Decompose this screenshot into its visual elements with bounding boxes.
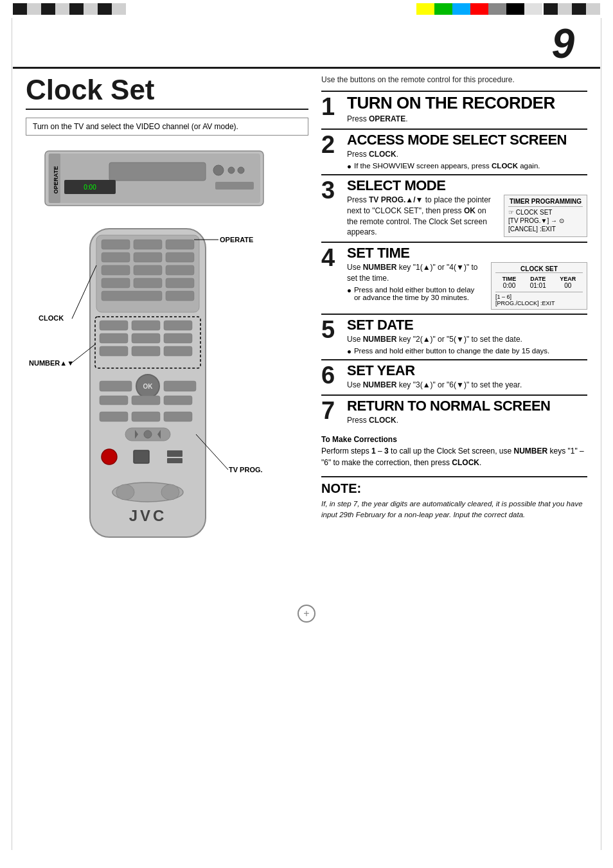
vcr-svg: OPERATE JVC 0:00 (26, 145, 276, 212)
mode-screen-row1: ☞ CLOCK SET (508, 209, 583, 216)
svg-rect-26 (166, 291, 194, 301)
checker-r4 (586, 3, 600, 15)
checker-3 (41, 3, 55, 15)
svg-rect-23 (134, 278, 162, 288)
checker-7 (98, 3, 112, 15)
checker-r1 (544, 3, 558, 15)
checker-5 (69, 3, 84, 15)
step-5: 5 SET DATE Use NUMBER key "2(▲)" or "5(▼… (321, 314, 587, 355)
step-4-content: SET TIME Use NUMBER key "1(▲)" or "4(▼)"… (347, 245, 587, 310)
svg-text:JVC: JVC (129, 507, 167, 524)
checkerboard-right (544, 3, 600, 15)
mode-screen-row3: [CANCEL] :EXIT (508, 226, 583, 233)
clock-cols: TIME 0:00 DATE 01:01 YEAR 00 (495, 276, 583, 289)
step-3: 3 SELECT MODE Press TV PROG.▲/▼ to place… (321, 174, 587, 238)
svg-rect-8 (215, 182, 254, 190)
step-4: 4 SET TIME Use NUMBER key "1(▲)" or "4(▼… (321, 242, 587, 310)
mode-screen-title: TIMER PROGRAMMING (508, 198, 583, 207)
color-gray (488, 3, 506, 15)
clock-footer: [1 – 6] [PROG./CLOCK] :EXIT (495, 292, 583, 306)
svg-point-57 (161, 484, 179, 500)
left-column: Clock Set Turn on the TV and select the … (26, 75, 308, 579)
mode-screen-row3-text: [CANCEL] :EXIT (508, 226, 556, 233)
svg-point-5 (213, 165, 224, 175)
step-2-number: 2 (321, 132, 341, 170)
svg-point-56 (116, 484, 134, 500)
checker-2 (27, 3, 41, 15)
svg-rect-32 (132, 333, 160, 343)
svg-rect-39 (100, 381, 132, 391)
remote-svg: OK (26, 226, 270, 572)
checker-4 (55, 3, 69, 15)
step-3-title: SELECT MODE (347, 178, 587, 193)
checker-6 (84, 3, 98, 15)
step-5-bullet-text: Press and hold either button to change t… (354, 347, 549, 355)
checker-r3 (572, 3, 586, 15)
top-bar-left (0, 0, 306, 18)
margin-line-right (601, 18, 601, 850)
clock-time-val: 0:00 (502, 282, 517, 289)
clock-date-header: DATE (530, 276, 546, 282)
top-bar (0, 0, 613, 18)
svg-rect-31 (100, 333, 128, 343)
step-3-text: Press TV PROG.▲/▼ to place the pointer n… (347, 195, 492, 238)
corrections-text: Perform steps 1 – 3 to call up the Clock… (321, 445, 587, 468)
color-white (524, 3, 542, 15)
color-red (470, 3, 488, 15)
step-3-desc: Press TV PROG.▲/▼ to place the pointer n… (347, 195, 492, 238)
svg-rect-36 (164, 346, 192, 356)
step-7-number: 7 (321, 398, 341, 426)
checkerboard-left (13, 3, 126, 15)
step-1-content: TURN ON THE RECORDER Press OPERATE. (347, 94, 587, 125)
svg-rect-3 (109, 163, 206, 181)
step-2-bullet-text: If the SHOWVIEW screen appears, press CL… (354, 162, 540, 170)
corrections-title: To Make Corrections (321, 434, 587, 445)
note-title-text: NOTE: (321, 481, 361, 495)
step-7: 7 RETURN TO NORMAL SCREEN Press CLOCK. (321, 394, 587, 426)
svg-point-51 (102, 449, 117, 465)
svg-rect-13 (102, 240, 130, 249)
step-5-number: 5 (321, 317, 341, 355)
intro-box-text: Turn on the TV and select the VIDEO chan… (33, 122, 238, 131)
note-text: If, in step 7, the year digits are autom… (321, 499, 587, 521)
step-5-bullet: ● Press and hold either button to change… (347, 347, 587, 355)
bottom-bar (0, 598, 613, 629)
note-section: NOTE: If, in step 7, the year digits are… (321, 476, 587, 521)
color-bar (416, 3, 542, 15)
svg-rect-54 (167, 458, 182, 463)
svg-rect-44 (100, 412, 128, 421)
svg-text:TV PROG.: TV PROG. (229, 466, 263, 474)
step-7-title: RETURN TO NORMAL SCREEN (347, 398, 587, 413)
svg-rect-20 (134, 265, 162, 275)
step-6-desc: Use NUMBER key "3(▲)" or "6(▼)" to set t… (347, 380, 587, 391)
checker-r2 (558, 3, 572, 15)
bullet-dot-4: ● (347, 287, 351, 294)
color-yellow (416, 3, 434, 15)
note-title: NOTE: (321, 481, 587, 496)
svg-rect-45 (132, 412, 160, 421)
svg-text:OK: OK (143, 383, 154, 390)
step-2-content: ACCESS MODE SELECT SCREEN Press CLOCK. ●… (347, 132, 587, 170)
svg-text:0:00: 0:00 (84, 184, 96, 191)
right-column: Use the buttons on the remote control fo… (321, 75, 587, 579)
svg-rect-35 (132, 346, 160, 356)
step-2: 2 ACCESS MODE SELECT SCREEN Press CLOCK.… (321, 128, 587, 170)
clock-year-col: YEAR 00 (560, 276, 576, 289)
color-black (506, 3, 524, 15)
clock-date-val: 01:01 (530, 282, 546, 289)
step-1: 1 TURN ON THE RECORDER Press OPERATE. (321, 91, 587, 125)
svg-rect-17 (134, 252, 162, 262)
remote-illustration: OK (26, 226, 270, 579)
bullet-dot-2: ● (347, 163, 351, 170)
step-5-content: SET DATE Use NUMBER key "2(▲)" or "5(▼)"… (347, 317, 587, 355)
page-title: Clock Set (26, 75, 308, 110)
svg-rect-40 (164, 381, 196, 391)
svg-rect-33 (164, 333, 192, 343)
vcr-illustration: OPERATE JVC 0:00 (26, 145, 283, 215)
svg-point-6 (228, 167, 235, 173)
clock-time-col: TIME 0:00 (502, 276, 517, 289)
svg-point-7 (238, 167, 244, 173)
mode-screen-row2-text: [TV PROG.▼] → ⊙ (508, 217, 564, 224)
svg-rect-22 (102, 278, 130, 288)
color-cyan (452, 3, 470, 15)
